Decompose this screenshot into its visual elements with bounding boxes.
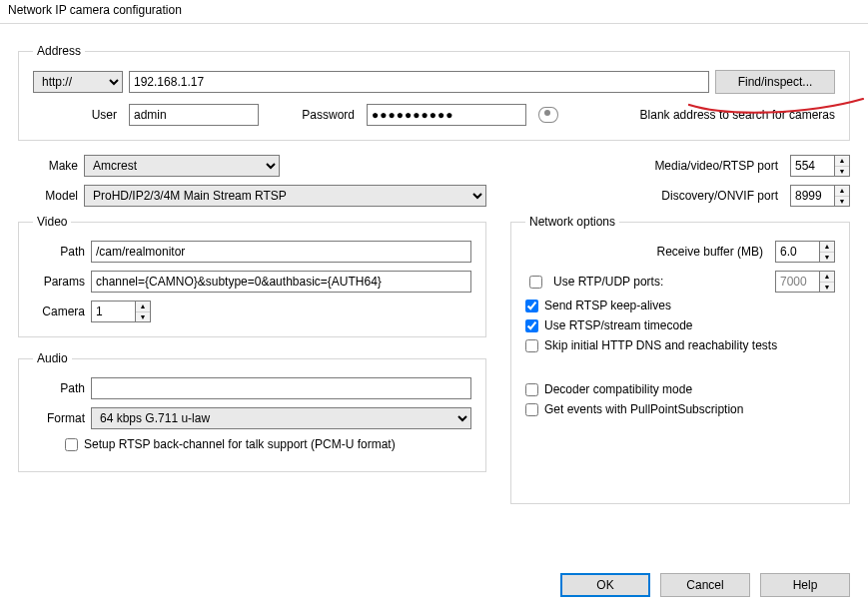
rtp-checkbox[interactable]	[529, 276, 542, 289]
spinner-up-icon[interactable]: ▲	[835, 156, 849, 167]
keepalive-checkbox[interactable]	[525, 300, 538, 312]
rtsp-port-spinner[interactable]: ▲▼	[790, 155, 850, 177]
spinner-up-icon[interactable]: ▲	[136, 302, 150, 312]
model-select[interactable]: ProHD/IP2/3/4M Main Stream RTSP	[84, 185, 486, 207]
audio-path-input[interactable]	[91, 377, 471, 399]
skipdns-checkbox[interactable]	[525, 339, 538, 352]
onvif-port-input[interactable]	[790, 185, 834, 207]
user-label: User	[33, 108, 123, 122]
make-select[interactable]: Amcrest	[84, 155, 280, 177]
audio-group: Audio Path Format 64 kbps G.711 u-law Se…	[18, 351, 486, 472]
password-label: Password	[265, 108, 361, 122]
spinner-up-icon[interactable]: ▲	[820, 272, 834, 283]
video-group: Video Path Params Camera ▲▼	[18, 215, 486, 337]
window-title: Network IP camera configuration	[0, 0, 868, 24]
recv-buffer-input[interactable]	[775, 241, 819, 263]
camera-input[interactable]	[91, 301, 135, 322]
video-legend: Video	[33, 215, 71, 229]
video-path-label: Path	[33, 245, 91, 259]
rtsp-port-label: Media/video/RTSP port	[654, 159, 784, 173]
spinner-up-icon[interactable]: ▲	[835, 186, 849, 197]
spinner-down-icon[interactable]: ▼	[820, 253, 834, 263]
network-options-legend: Network options	[525, 215, 619, 229]
spinner-down-icon[interactable]: ▼	[835, 197, 849, 207]
audio-format-select[interactable]: 64 kbps G.711 u-law	[91, 407, 471, 429]
audio-legend: Audio	[33, 351, 72, 365]
recv-buffer-spinner[interactable]: ▲▼	[775, 241, 835, 263]
rtp-port-input	[775, 271, 819, 293]
spinner-down-icon[interactable]: ▼	[136, 312, 150, 322]
pullpoint-checkbox[interactable]	[525, 403, 538, 416]
video-camera-label: Camera	[33, 305, 91, 318]
model-label: Model	[18, 189, 84, 203]
password-input[interactable]	[367, 104, 526, 126]
decoder-label: Decoder compatibility mode	[544, 382, 692, 396]
rtp-port-spinner[interactable]: ▲▼	[775, 271, 835, 293]
dialog-footer: OK Cancel Help	[560, 573, 850, 597]
ok-button[interactable]: OK	[560, 573, 650, 597]
keepalive-label: Send RTSP keep-alives	[544, 299, 671, 312]
help-button[interactable]: Help	[760, 573, 850, 597]
address-hint: Blank address to search for cameras	[640, 108, 835, 122]
recv-buffer-label: Receive buffer (MB)	[525, 245, 769, 259]
address-legend: Address	[33, 44, 85, 58]
onvif-port-spinner[interactable]: ▲▼	[790, 185, 850, 207]
video-params-label: Params	[33, 275, 91, 289]
backchannel-label: Setup RTSP back-channel for talk support…	[84, 437, 396, 451]
make-label: Make	[18, 159, 84, 173]
timecode-label: Use RTSP/stream timecode	[544, 318, 693, 332]
audio-path-label: Path	[33, 381, 91, 395]
reveal-password-icon[interactable]	[538, 107, 558, 123]
pullpoint-label: Get events with PullPointSubscription	[544, 402, 743, 416]
client-area: Address http:// Find/inspect... User Pas…	[0, 24, 868, 518]
spinner-up-icon[interactable]: ▲	[820, 242, 834, 253]
cancel-button[interactable]: Cancel	[660, 573, 750, 597]
video-params-input[interactable]	[91, 271, 471, 293]
audio-format-label: Format	[33, 411, 91, 425]
onvif-port-label: Discovery/ONVIF port	[661, 189, 784, 203]
user-input[interactable]	[129, 104, 259, 126]
rtsp-port-input[interactable]	[790, 155, 834, 177]
backchannel-checkbox[interactable]	[65, 438, 78, 451]
skipdns-label: Skip initial HTTP DNS and reachability t…	[544, 338, 777, 352]
camera-spinner[interactable]: ▲▼	[91, 301, 151, 322]
video-path-input[interactable]	[91, 241, 471, 263]
spinner-down-icon[interactable]: ▼	[820, 283, 834, 293]
spinner-down-icon[interactable]: ▼	[835, 167, 849, 177]
address-input[interactable]	[129, 71, 709, 93]
window: Network IP camera configuration Address …	[0, 0, 868, 611]
address-group: Address http:// Find/inspect... User Pas…	[18, 44, 850, 141]
network-options-group: Network options Receive buffer (MB) ▲▼ U…	[510, 215, 850, 504]
rtp-label: Use RTP/UDP ports:	[553, 275, 767, 289]
find-inspect-button[interactable]: Find/inspect...	[715, 70, 835, 94]
scheme-select[interactable]: http://	[33, 71, 123, 93]
timecode-checkbox[interactable]	[525, 319, 538, 332]
decoder-checkbox[interactable]	[525, 383, 538, 396]
